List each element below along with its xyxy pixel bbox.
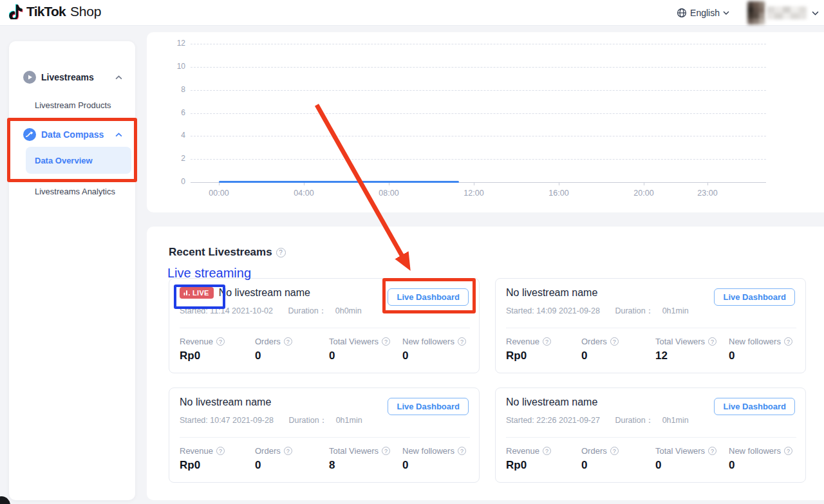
help-icon[interactable] [216, 447, 225, 455]
livestream-card: LIVE No livestream name Started: 11:14 2… [169, 278, 480, 373]
chevron-up-icon [115, 133, 122, 137]
stat-value: 0 [402, 350, 466, 362]
duration-label: Duration： [615, 306, 653, 315]
help-icon[interactable] [708, 447, 716, 455]
stat-total-viewers: Total Viewers 12 [655, 337, 716, 362]
livestream-meta: Started: 22:26 2021-09-27 Duration： 0h1m… [506, 415, 689, 426]
stat-value: 8 [329, 459, 390, 472]
help-icon[interactable] [784, 447, 792, 455]
stat-value: 0 [729, 459, 792, 472]
section-title: Recent Livestreams [169, 246, 286, 259]
x-tick-mark [559, 182, 559, 185]
chart-series-line [219, 181, 459, 183]
stat-revenue: Revenue Rp0 [506, 337, 551, 362]
help-icon[interactable] [610, 447, 619, 455]
card-stats: Revenue Rp0 Orders 0 Total Viewers 0 New… [506, 437, 796, 482]
sidebar-item-data-overview[interactable]: Data Overview [26, 147, 131, 174]
gridline [191, 159, 766, 160]
live-dashboard-button[interactable]: Live Dashboard [388, 398, 469, 415]
gridline [191, 44, 766, 44]
stat-revenue: Revenue Rp0 [180, 446, 225, 472]
equalizer-icon [183, 290, 191, 296]
stat-value: Rp0 [180, 459, 225, 472]
x-tick-label: 08:00 [371, 189, 407, 198]
y-tick-label: 2 [160, 154, 185, 163]
gridline [191, 67, 766, 68]
stat-total-viewers: Total Viewers 8 [329, 446, 390, 472]
sidebar: Livestreams Livestream Products Data Com… [9, 41, 135, 500]
corner-widget[interactable] [0, 496, 10, 504]
stat-value: 0 [329, 350, 390, 362]
live-dashboard-button[interactable]: Live Dashboard [714, 398, 795, 415]
x-tick-label: 12:00 [456, 189, 492, 198]
help-icon[interactable] [458, 447, 466, 455]
x-tick-mark [474, 182, 474, 185]
live-badge-label: LIVE [192, 289, 209, 297]
started-text: Started: 14:09 2021-09-28 [506, 306, 600, 315]
sidebar-item-data-compass[interactable]: Data Compass [9, 122, 135, 147]
help-icon[interactable] [543, 337, 551, 346]
tiktok-shop-logo[interactable]: TikTok Shop [9, 4, 101, 19]
help-icon[interactable] [708, 337, 716, 346]
stat-value: 0 [655, 459, 716, 472]
y-tick-label: 4 [160, 131, 185, 140]
y-tick-label: 6 [160, 108, 185, 117]
x-tick-label: 16:00 [541, 189, 577, 198]
livestream-meta: Started: 11:14 2021-10-02 Duration： 0h0m… [180, 306, 362, 317]
globe-icon [677, 8, 687, 18]
livestream-card: No livestream name Started: 10:47 2021-0… [169, 387, 480, 483]
card-stats: Revenue Rp0 Orders 0 Total Viewers 0 New… [180, 328, 470, 373]
help-icon[interactable] [382, 447, 390, 455]
stat-total-viewers: Total Viewers 0 [655, 446, 716, 472]
recent-livestreams-section: Recent Livestreams LIVE No livestream na… [147, 227, 824, 500]
live-dashboard-button[interactable]: Live Dashboard [714, 288, 795, 306]
avatar [747, 1, 765, 24]
logo-brand-text: TikTok [26, 4, 66, 19]
livestream-card: No livestream name Started: 22:26 2021-0… [495, 387, 806, 483]
account-name-blurred [767, 6, 807, 19]
started-text: Started: 11:14 2021-10-02 [180, 306, 273, 315]
help-icon[interactable] [610, 337, 619, 346]
livestream-title: No livestream name [219, 287, 310, 299]
language-selector[interactable]: English [677, 8, 729, 18]
duration-label: Duration： [288, 416, 327, 425]
help-icon[interactable] [276, 248, 286, 257]
livestream-meta: Started: 14:09 2021-09-28 Duration： 0h1m… [506, 306, 689, 317]
help-icon[interactable] [458, 337, 466, 346]
tiktok-note-icon [9, 4, 23, 19]
sidebar-item-livestreams-analytics[interactable]: Livestreams Analytics [26, 178, 131, 205]
stat-value: 0 [581, 350, 619, 362]
help-icon[interactable] [543, 447, 551, 455]
gridline [191, 113, 766, 114]
stat-total-viewers: Total Viewers 0 [329, 337, 390, 362]
help-icon[interactable] [216, 337, 225, 346]
help-icon[interactable] [284, 337, 292, 346]
help-icon[interactable] [382, 337, 390, 346]
account-menu[interactable] [747, 1, 819, 24]
stat-orders: Orders 0 [255, 337, 292, 362]
x-tick-label: 23:00 [689, 189, 726, 198]
stat-new-followers: New followers 0 [402, 337, 466, 362]
stat-value: Rp0 [180, 350, 225, 362]
duration-value: 0h1min [662, 416, 689, 425]
chevron-down-icon [723, 11, 729, 15]
live-dashboard-button[interactable]: Live Dashboard [388, 288, 469, 306]
trend-arrow-icon [23, 128, 36, 141]
sidebar-item-label: Data Compass [41, 129, 104, 140]
stat-value: 0 [729, 350, 792, 362]
gridline [191, 136, 766, 136]
y-tick-label: 12 [160, 39, 185, 48]
stat-new-followers: New followers 0 [729, 337, 792, 362]
sidebar-subitem-label: Data Overview [35, 156, 93, 165]
stat-orders: Orders 0 [581, 337, 619, 362]
sidebar-subitem-label: Livestream Products [35, 100, 111, 110]
livestream-title: No livestream name [506, 287, 597, 299]
x-tick-label: 04:00 [286, 189, 322, 198]
help-icon[interactable] [284, 447, 292, 455]
stat-revenue: Revenue Rp0 [506, 446, 551, 472]
sidebar-item-livestreams[interactable]: Livestreams [9, 64, 135, 90]
help-icon[interactable] [784, 337, 792, 346]
sidebar-item-livestream-products[interactable]: Livestream Products [26, 91, 131, 118]
livestream-card: No livestream name Started: 14:09 2021-0… [495, 278, 806, 373]
stat-new-followers: New followers 0 [729, 446, 792, 472]
